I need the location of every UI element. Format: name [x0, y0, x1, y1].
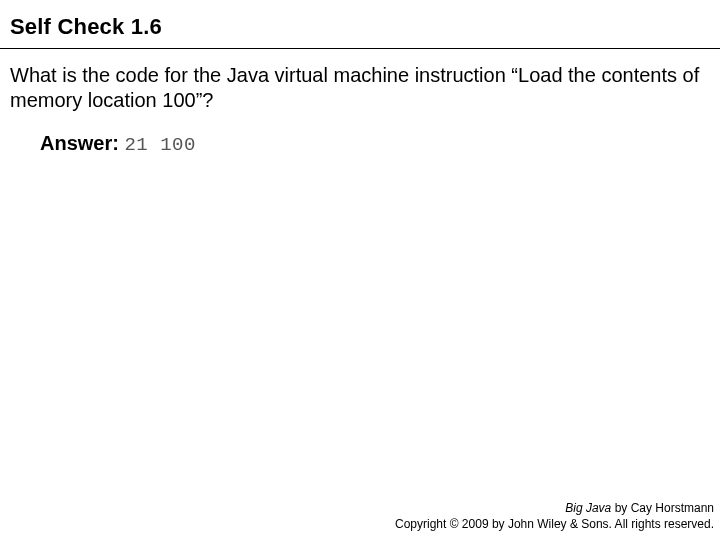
footer-line-1: Big Java by Cay Horstmann	[395, 500, 714, 516]
slide-title: Self Check 1.6	[0, 0, 720, 49]
answer-label: Answer:	[40, 132, 119, 154]
footer-byline: by Cay Horstmann	[611, 501, 714, 515]
answer-code: 21 100	[124, 134, 195, 156]
book-title: Big Java	[565, 501, 611, 515]
footer-copyright: Copyright © 2009 by John Wiley & Sons. A…	[395, 516, 714, 532]
slide-body: What is the code for the Java virtual ma…	[0, 49, 720, 158]
answer-line: Answer: 21 100	[10, 131, 710, 158]
footer: Big Java by Cay Horstmann Copyright © 20…	[395, 500, 714, 532]
question-text: What is the code for the Java virtual ma…	[10, 63, 710, 113]
